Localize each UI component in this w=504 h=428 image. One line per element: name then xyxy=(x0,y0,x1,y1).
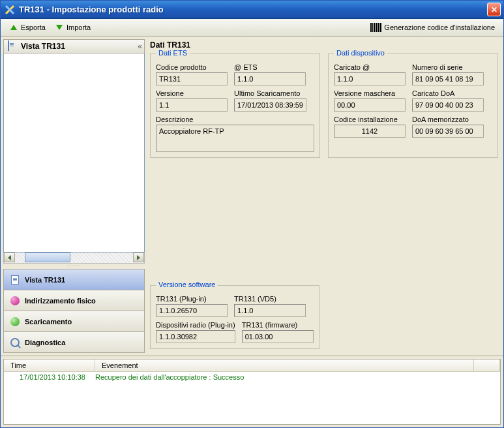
arrow-right-icon xyxy=(137,255,140,260)
value-caricato-doa: 97 09 00 40 00 23 xyxy=(412,99,484,112)
groupbox-versione-software: Versione software TR131 (Plug-in) 1.1.0.… xyxy=(150,285,319,349)
label-tr131-firmware: TR131 (firmware) xyxy=(242,321,314,329)
indirizzamento-icon xyxy=(9,295,21,307)
main-title: Dati TR131 xyxy=(150,39,498,54)
log-header-time[interactable]: Time xyxy=(4,359,95,371)
log-header-event[interactable]: Evenement xyxy=(95,359,474,371)
log-panel: Time Evenement 17/01/2013 10:10:38 Recup… xyxy=(1,356,503,427)
nav-item-label: Diagnostica xyxy=(25,339,65,346)
export-icon xyxy=(9,23,18,32)
tree-horizontal-scrollbar[interactable] xyxy=(3,252,145,264)
toolbar: Esporta Importa Generazione codice d'ins… xyxy=(1,19,503,37)
splitter-handle[interactable]: ∙∙∙∙∙ xyxy=(3,264,145,269)
log-cell-time: 17/01/2013 10:10:38 xyxy=(4,373,95,381)
nav-item-label: Indirizzamento fisico xyxy=(25,297,96,305)
export-label: Esporta xyxy=(21,23,46,31)
scaricamento-icon xyxy=(9,316,21,328)
value-dispositivi-radio-plugin: 1.1.0.30982 xyxy=(156,330,235,343)
nav-item-vista-tr131[interactable]: Vista TR131 xyxy=(4,269,144,290)
value-ultimo-scaricamento: 17/01/2013 08:39:59 xyxy=(234,99,306,112)
label-versione: Versione xyxy=(156,89,228,97)
collapse-sidebar-button[interactable]: « xyxy=(138,42,140,51)
value-codice-installazione: 1142 xyxy=(334,125,406,138)
legend-versione-software: Versione software xyxy=(156,281,218,288)
groupbox-dati-dispositivo: Dati dispositivo Caricato @ 1.1.0 Numero… xyxy=(328,54,498,158)
value-versione-maschera: 00.00 xyxy=(334,99,406,112)
legend-dati-dispositivo: Dati dispositivo xyxy=(334,49,387,57)
value-caricato-at: 1.1.0 xyxy=(334,72,406,85)
label-tr131-vd5: TR131 (VD5) xyxy=(234,295,306,303)
label-tr131-plugin: TR131 (Plug-in) xyxy=(156,295,228,303)
sidebar-header-label: Vista TR131 xyxy=(21,42,65,51)
label-caricato-doa: Caricato DoA xyxy=(412,89,484,97)
nav-list: Vista TR131 Indirizzamento fisico Scaric… xyxy=(3,269,145,353)
log: Time Evenement 17/01/2013 10:10:38 Recup… xyxy=(3,359,501,425)
scroll-track[interactable] xyxy=(15,252,133,263)
scroll-left-button[interactable] xyxy=(4,252,15,262)
sidebar: Vista TR131 « ∙∙∙∙∙ Vista TR131 Indirizz… xyxy=(3,39,145,353)
legend-dati-ets: Dati ETS xyxy=(156,49,190,57)
label-ultimo-scaricamento: Ultimo Scaricamento xyxy=(234,89,306,97)
vista-tr131-icon xyxy=(9,274,21,286)
diagnostica-icon xyxy=(9,337,21,348)
value-numero-serie: 81 09 05 41 08 19 xyxy=(412,72,484,85)
titlebar: TR131 - Impostazione prodotti radio ✕ xyxy=(1,1,503,19)
export-button[interactable]: Esporta xyxy=(5,21,50,34)
barcode-icon xyxy=(370,23,381,32)
nav-item-label: Scaricamento xyxy=(25,318,72,326)
arrow-left-icon xyxy=(8,255,11,260)
close-icon: ✕ xyxy=(491,5,497,14)
groupbox-dati-ets: Dati ETS Codice prodotto TR131 @ ETS 1.1… xyxy=(150,54,320,158)
scroll-thumb[interactable] xyxy=(25,252,70,262)
content-area: Vista TR131 « ∙∙∙∙∙ Vista TR131 Indirizz… xyxy=(1,37,503,356)
label-dispositivi-radio-plugin: Dispositivi radio (Plug-in) xyxy=(156,321,235,329)
close-button[interactable]: ✕ xyxy=(487,3,501,16)
window: TR131 - Impostazione prodotti radio ✕ Es… xyxy=(0,0,504,428)
value-versione: 1.1 xyxy=(156,99,228,112)
tree-view[interactable] xyxy=(3,54,145,252)
scroll-right-button[interactable] xyxy=(133,252,144,262)
value-tr131-firmware: 01.03.00 xyxy=(242,330,314,343)
nav-item-diagnostica[interactable]: Diagnostica xyxy=(4,331,144,352)
sidebar-header: Vista TR131 « xyxy=(3,39,145,54)
log-header: Time Evenement xyxy=(4,359,500,372)
window-title: TR131 - Impostazione prodotti radio xyxy=(19,5,487,14)
label-codice-prodotto: Codice prodotto xyxy=(156,63,228,71)
label-doa-memorizzato: DoA memorizzato xyxy=(412,115,484,123)
nav-item-indirizzamento-fisico[interactable]: Indirizzamento fisico xyxy=(4,290,144,311)
import-button[interactable]: Importa xyxy=(50,21,95,34)
generate-install-code-button[interactable]: Generazione codice d'installazione xyxy=(366,21,499,34)
value-descrizione xyxy=(156,125,314,152)
nav-item-label: Vista TR131 xyxy=(25,276,65,284)
log-cell-event: Recupero dei dati dall'accoppiatore : Su… xyxy=(95,373,500,381)
import-label: Importa xyxy=(67,23,91,31)
value-tr131-plugin: 1.1.0.26570 xyxy=(156,304,228,317)
label-at-ets: @ ETS xyxy=(234,63,306,71)
tree-view-icon xyxy=(8,41,18,52)
nav-item-scaricamento[interactable]: Scaricamento xyxy=(4,311,144,331)
app-icon xyxy=(5,5,15,15)
label-caricato-at: Caricato @ xyxy=(334,63,406,71)
generate-install-code-label: Generazione codice d'installazione xyxy=(384,23,495,31)
import-icon xyxy=(55,23,64,32)
label-numero-serie: Numero di serie xyxy=(412,63,484,71)
log-row[interactable]: 17/01/2013 10:10:38 Recupero dei dati da… xyxy=(4,372,500,382)
log-header-spacer xyxy=(474,359,500,371)
value-codice-prodotto: TR131 xyxy=(156,72,228,85)
label-descrizione: Descrizione xyxy=(156,115,314,123)
value-at-ets: 1.1.0 xyxy=(234,72,306,85)
label-codice-installazione: Codice installazione xyxy=(334,115,406,123)
main-panel: Dati TR131 Dati ETS Codice prodotto TR13… xyxy=(147,39,501,353)
value-tr131-vd5: 1.1.0 xyxy=(234,304,306,317)
label-versione-maschera: Versione maschera xyxy=(334,89,406,97)
value-doa-memorizzato: 00 09 60 39 65 00 xyxy=(412,125,484,138)
